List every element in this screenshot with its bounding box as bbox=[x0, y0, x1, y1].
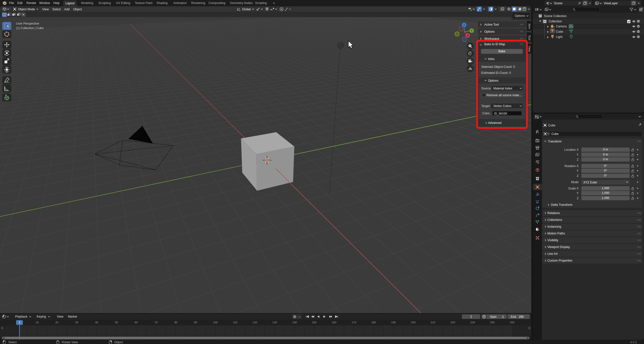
svg-text:Z: Z bbox=[463, 24, 465, 26]
svg-text:X: X bbox=[467, 34, 469, 37]
svg-text:Y: Y bbox=[471, 29, 473, 32]
